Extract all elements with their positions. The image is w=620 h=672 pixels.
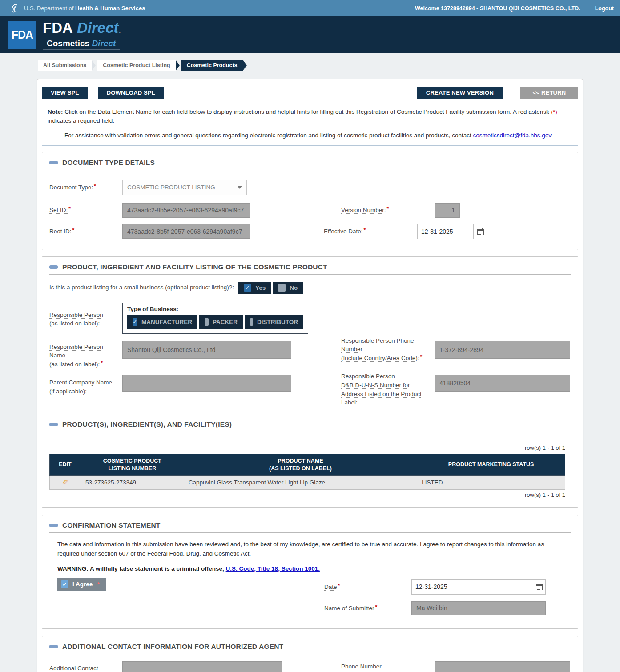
marketing-status-cell: LISTED	[417, 476, 565, 490]
manufacturer-checkbox[interactable]: ✓MANUFACTURER	[127, 315, 197, 329]
section-title: DOCUMENT TYPE DETAILS	[62, 159, 155, 167]
hhs-eagle-icon	[8, 3, 20, 14]
view-spl-button[interactable]: VIEW SPL	[42, 87, 88, 99]
version-number-label[interactable]: Version Number:	[341, 207, 386, 213]
parent-company-label[interactable]: Parent Company Name(if applicable):	[49, 379, 112, 395]
topbar-divider	[588, 4, 588, 13]
section-title: CONFIRMATION STATEMENT	[62, 521, 161, 529]
col-header-marketing-status: PRODUCT MARKETING STATUS	[417, 454, 565, 476]
col-header-listing-number: COSMETIC PRODUCTLISTING NUMBER	[81, 454, 184, 476]
col-header-edit: EDIT	[50, 454, 81, 476]
section-dash-icon	[49, 524, 58, 527]
version-number-input	[435, 203, 460, 218]
create-new-version-button[interactable]: CREATE NEW VERSION	[417, 87, 503, 99]
product-listing-section: PRODUCT, INGREDIENT AND FACILITY LISTING…	[42, 256, 578, 508]
effective-date-input[interactable]	[417, 224, 474, 239]
product-name-cell: Cappuvini Glass Transparent Water Light …	[184, 476, 417, 490]
root-id-label[interactable]: Root ID:	[49, 228, 72, 235]
date-label[interactable]: Date	[324, 584, 337, 590]
checked-checkbox-icon: ✓	[244, 284, 251, 292]
brand-subtitle: Cosmetics Direct	[43, 38, 120, 50]
section-dash-icon	[49, 265, 58, 269]
set-id-label[interactable]: Set ID:	[49, 207, 68, 213]
small-business-question-label[interactable]: Is this a product listing for a small bu…	[49, 283, 234, 292]
breadcrumb-arrow-icon	[243, 60, 247, 71]
i-agree-checkbox[interactable]: ✓I Agree*	[57, 578, 106, 591]
agency-name: U.S. Department of Health & Human Servic…	[24, 5, 145, 12]
additional-phone-input	[435, 661, 570, 672]
warning-text: WARNING: A willfully false statement is …	[49, 565, 571, 572]
section-dash-icon	[49, 161, 58, 164]
parent-company-input	[122, 375, 291, 392]
additional-contact-name-input	[122, 661, 282, 672]
unchecked-checkbox-icon	[250, 318, 253, 326]
row-count-bottom: row(s) 1 - 1 of 1	[49, 490, 565, 501]
section-title: ADDITIONAL CONTACT INFORMATION FOR AUTHO…	[62, 643, 283, 651]
breadcrumb-all-submissions[interactable]: All Submissions	[38, 60, 92, 71]
breadcrumb-arrow-icon	[176, 60, 180, 71]
welcome-message: Welcome 13728942894 - SHANTOU QIJI COSME…	[415, 5, 580, 12]
brand-direct-text: Direct	[77, 20, 119, 36]
unchecked-checkbox-icon	[278, 284, 286, 292]
root-id-input	[122, 224, 250, 239]
set-id-input	[122, 203, 250, 218]
note-text: Note: Click on the Data Element Name for…	[48, 108, 572, 125]
submitter-name-input	[411, 601, 546, 615]
document-type-select[interactable]: COSMETIC PRODUCT LISTING	[122, 180, 247, 195]
additional-phone-label[interactable]: Phone Number(Include Country/Area Code):	[341, 663, 419, 672]
confirmation-statement-section: CONFIRMATION STATEMENT The data and info…	[42, 515, 578, 629]
packer-checkbox[interactable]: PACKER	[199, 315, 243, 329]
toolbar: VIEW SPL DOWNLOAD SPL CREATE NEW VERSION…	[42, 87, 578, 99]
government-topbar: U.S. Department of Health & Human Servic…	[0, 0, 620, 16]
return-button[interactable]: << RETURN	[520, 87, 578, 99]
brand-fda-text: FDA	[43, 20, 73, 36]
download-spl-button[interactable]: DOWNLOAD SPL	[98, 87, 164, 99]
duns-input	[435, 375, 570, 392]
logout-link[interactable]: Logout	[595, 5, 614, 12]
date-input[interactable]	[411, 579, 532, 595]
breadcrumb-cosmetic-products[interactable]: Cosmetic Products	[181, 60, 243, 71]
checked-checkbox-icon: ✓	[61, 580, 68, 588]
table-row: ✎ 53-273625-273349 Cappuvini Glass Trans…	[50, 476, 565, 490]
responsible-person-label[interactable]: Responsible Person(as listed on label):	[49, 312, 103, 327]
rp-name-label[interactable]: Responsible Person Name(as listed on lab…	[49, 344, 103, 368]
distributor-checkbox[interactable]: DISTRIBUTOR	[245, 315, 303, 329]
checked-checkbox-icon: ✓	[133, 318, 137, 326]
section-dash-icon	[49, 423, 58, 426]
col-header-product-name: PRODUCT NAME(AS LISTED ON LABEL)	[184, 454, 417, 476]
fda-logo: FDA	[8, 21, 36, 49]
breadcrumb-arrow-icon	[92, 60, 96, 71]
assistance-text: For assistance with validation errors an…	[48, 131, 572, 140]
additional-contact-name-label[interactable]: Additional ContactName:	[49, 665, 98, 672]
rp-phone-input	[435, 341, 570, 359]
confirmation-text: The data and information in this submiss…	[49, 540, 571, 558]
note-box: Note: Click on the Data Element Name for…	[42, 104, 578, 146]
rp-name-input	[122, 341, 291, 359]
duns-label[interactable]: Responsible PersonD&B D-U-N-S Number for…	[341, 373, 422, 406]
us-code-link[interactable]: U.S. Code, Title 18, Section 1001.	[226, 565, 320, 572]
document-type-label[interactable]: Document Type:	[49, 184, 93, 191]
app-header: FDA FDA Direct. Cosmetics Direct	[0, 16, 620, 53]
calendar-icon[interactable]	[474, 224, 487, 239]
calendar-icon[interactable]	[532, 579, 546, 595]
listing-number-cell: 53-273625-273349	[81, 476, 184, 490]
effective-date-label[interactable]: Effective Date:	[324, 228, 363, 235]
contact-email-link[interactable]: cosmeticsdirect@fda.hhs.gov	[473, 132, 551, 139]
rp-phone-label[interactable]: Responsible Person Phone Number(Include …	[341, 337, 419, 361]
section-dash-icon	[49, 645, 58, 648]
additional-contact-section: ADDITIONAL CONTACT INFORMATION FOR AUTHO…	[42, 636, 578, 672]
breadcrumb-cosmetic-product-listing[interactable]: Cosmetic Product Listing	[97, 60, 175, 71]
breadcrumb: All Submissions Cosmetic Product Listing…	[38, 60, 620, 71]
chevron-down-icon	[238, 186, 242, 189]
small-business-no-checkbox[interactable]: No	[273, 282, 303, 294]
type-of-business-label: Type of Business:	[127, 306, 303, 312]
edit-pencil-icon[interactable]: ✎	[62, 478, 68, 487]
section-title: PRODUCT, INGREDIENT AND FACILITY LISTING…	[62, 263, 327, 271]
type-of-business-box: Type of Business: ✓MANUFACTURER PACKER D…	[122, 303, 308, 334]
section-title: PRODUCT(S), INGREDIENT(S), AND FACILITY(…	[62, 420, 232, 428]
name-of-submitter-label[interactable]: Name of Submitter	[324, 605, 374, 612]
document-type-details-section: DOCUMENT TYPE DETAILS Document Type:* CO…	[42, 152, 578, 250]
small-business-yes-checkbox[interactable]: ✓Yes	[238, 282, 271, 294]
main-form-card: VIEW SPL DOWNLOAD SPL CREATE NEW VERSION…	[37, 79, 583, 672]
products-table: EDIT COSMETIC PRODUCTLISTING NUMBER PROD…	[49, 454, 565, 490]
